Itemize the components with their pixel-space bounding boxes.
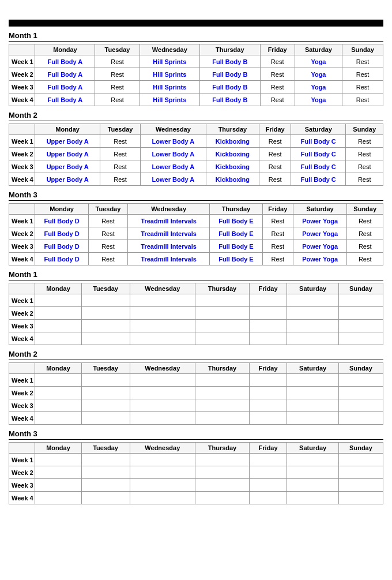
- col-header-tuesday: Tuesday: [100, 124, 140, 135]
- cell-thu: Full Body E: [210, 215, 263, 227]
- table-row: Week 4: [9, 332, 383, 345]
- cell-wed: Hill Sprints: [140, 93, 199, 106]
- cell-thu: Full Body B: [199, 55, 260, 68]
- col-header-thursday: Thursday: [195, 283, 250, 294]
- cell-wed: Lower Body A: [141, 160, 206, 173]
- cell-wed: [130, 479, 195, 492]
- col-header-monday: Monday: [35, 283, 81, 294]
- cell-sat: Yoga: [295, 55, 342, 68]
- table-row: Week 3Upper Body ARestLower Body AKickbo…: [9, 160, 383, 173]
- week-label: Week 4: [9, 412, 35, 425]
- cell-thu: Full Body B: [199, 81, 260, 93]
- cell-mon: Full Body A: [35, 68, 95, 81]
- cell-fri: [249, 307, 287, 320]
- week-label: Week 2: [9, 466, 35, 479]
- cell-fri: Rest: [259, 148, 291, 160]
- col-header-tuesday: Tuesday: [81, 283, 130, 294]
- cell-tue: Rest: [88, 253, 127, 265]
- week-label: Week 3: [9, 81, 35, 93]
- cell-mon: [35, 492, 81, 504]
- cell-sun: Rest: [342, 55, 383, 68]
- cell-wed: [130, 374, 195, 387]
- col-header-wednesday: Wednesday: [140, 44, 199, 55]
- cell-sat: [287, 387, 339, 399]
- col-header-saturday: Saturday: [293, 204, 347, 215]
- cell-fri: Rest: [259, 173, 291, 186]
- cell-fri: Rest: [259, 135, 291, 148]
- table-row: Week 2: [9, 387, 383, 399]
- cell-tue: [81, 454, 130, 466]
- col-header-friday: Friday: [249, 363, 287, 374]
- cell-sat: Power Yoga: [293, 215, 347, 227]
- col-header-wednesday: Wednesday: [130, 363, 195, 374]
- cell-thu: [195, 387, 250, 399]
- cell-thu: [195, 374, 250, 387]
- cell-wed: Lower Body A: [141, 148, 206, 160]
- cell-sat: Full Body C: [291, 173, 346, 186]
- cell-mon: [35, 307, 81, 320]
- cell-sat: [287, 294, 339, 307]
- cell-mon: [35, 320, 81, 332]
- cell-wed: Treadmill Intervals: [128, 253, 210, 265]
- cell-thu: Full Body B: [199, 93, 260, 106]
- cell-sun: Rest: [346, 148, 383, 160]
- cell-sat: [287, 492, 339, 504]
- col-header-monday: Monday: [35, 44, 95, 55]
- cell-sat: Power Yoga: [293, 227, 347, 240]
- cell-tue: Rest: [100, 173, 140, 186]
- table-row: Week 1: [9, 454, 383, 466]
- table-row: Week 4: [9, 412, 383, 425]
- col-header-saturday: Saturday: [291, 124, 346, 135]
- cell-wed: Hill Sprints: [140, 81, 199, 93]
- cell-fri: Rest: [262, 227, 293, 240]
- week-label: Week 4: [9, 492, 35, 504]
- week-label: Week 1: [9, 294, 35, 307]
- week-label: Week 1: [9, 454, 35, 466]
- cell-tue: [81, 479, 130, 492]
- week-label: Week 3: [9, 160, 35, 173]
- cell-tue: [81, 387, 130, 399]
- cell-mon: [35, 466, 81, 479]
- cell-sat: [287, 479, 339, 492]
- cell-sun: [338, 387, 383, 399]
- table-row: Week 3: [9, 320, 383, 332]
- cell-wed: Lower Body A: [141, 173, 206, 186]
- col-header-sunday: Sunday: [346, 124, 383, 135]
- table-row: Week 3Full Body ARestHill SprintsFull Bo…: [9, 81, 383, 93]
- cell-mon: Full Body A: [35, 55, 95, 68]
- col-header-wednesday: Wednesday: [130, 443, 195, 454]
- cell-sat: Yoga: [295, 93, 342, 106]
- cell-thu: [195, 307, 250, 320]
- cell-mon: Full Body A: [35, 81, 95, 93]
- cell-tue: Rest: [88, 215, 127, 227]
- cell-mon: Upper Body A: [35, 135, 100, 148]
- cell-thu: Full Body B: [199, 68, 260, 81]
- col-header-sunday: Sunday: [338, 283, 383, 294]
- schedule-table-2: MondayTuesdayWednesdayThursdayFridaySatu…: [9, 203, 383, 265]
- cell-sun: Rest: [342, 81, 383, 93]
- cell-thu: [195, 454, 250, 466]
- cell-fri: [249, 454, 287, 466]
- col-header-wednesday: Wednesday: [130, 283, 195, 294]
- schedule-table-3: MondayTuesdayWednesdayThursdayFridaySatu…: [9, 283, 383, 345]
- cell-mon: [35, 374, 81, 387]
- cell-fri: [249, 412, 287, 425]
- table-row: Week 3: [9, 479, 383, 492]
- cell-sun: [338, 492, 383, 504]
- table-row: Week 2Full Body DRestTreadmill Intervals…: [9, 227, 383, 240]
- cell-fri: [249, 374, 287, 387]
- cell-sat: Yoga: [295, 81, 342, 93]
- cell-wed: [130, 466, 195, 479]
- cell-mon: [35, 412, 81, 425]
- cell-sat: [287, 412, 339, 425]
- table-row: Week 2: [9, 466, 383, 479]
- cell-wed: Treadmill Intervals: [128, 227, 210, 240]
- cell-sun: [338, 332, 383, 345]
- col-header-friday: Friday: [260, 44, 295, 55]
- col-header-saturday: Saturday: [287, 443, 339, 454]
- cell-sat: [287, 307, 339, 320]
- week-label: Week 1: [9, 215, 35, 227]
- cell-thu: [195, 332, 250, 345]
- cell-thu: Full Body E: [210, 240, 263, 253]
- cell-tue: [81, 412, 130, 425]
